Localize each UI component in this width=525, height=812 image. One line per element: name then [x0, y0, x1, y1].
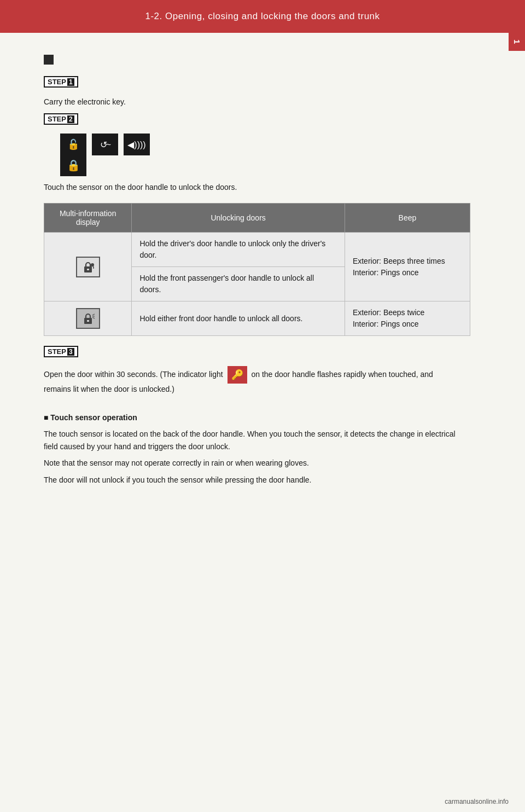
table-beep-cell-1: Exterior: Beeps three timesInterior: Pin… — [345, 233, 470, 301]
table-beep-cell-2: Exterior: Beeps twiceInterior: Pings onc… — [345, 301, 470, 336]
step2-label: STEP2 — [44, 113, 78, 125]
note-heading: ■ Touch sensor operation — [44, 411, 459, 424]
lock-all-icon — [76, 308, 100, 329]
step2-container: STEP2 — [44, 113, 459, 129]
speaker-beep-icon: ◀)))) — [124, 134, 150, 155]
lock-icon: 🔒 — [60, 154, 86, 176]
header-bar: 1-2. Opening, closing and locking the do… — [0, 0, 525, 33]
lock-person-icon — [76, 257, 100, 277]
svg-rect-4 — [87, 320, 89, 322]
col-unlocking-header: Unlocking doors — [132, 204, 345, 233]
table-icon-cell-1 — [44, 233, 132, 301]
step1-text: Carry the electronic key. — [44, 96, 459, 108]
unlock-door-icon: 🔓 — [60, 134, 86, 155]
unlocking-table: Multi-informationdisplay Unlocking doors… — [44, 203, 470, 336]
header-title: 1-2. Opening, closing and locking the do… — [145, 11, 380, 22]
note-body2: Note that the sensor may not operate cor… — [44, 457, 459, 469]
step3-number: 3 — [67, 348, 74, 356]
footer: carmanualsonline.info — [445, 798, 509, 805]
step3-indicator-icon: 🔑 — [228, 366, 247, 384]
step1-label: STEP1 — [44, 76, 78, 88]
svg-line-5 — [92, 314, 95, 315]
step1-number: 1 — [67, 78, 74, 86]
table-row-1a: Hold the driver's door handle to unlock … — [44, 233, 470, 267]
step3-container: STEP3 — [44, 346, 459, 362]
step2-icon-row: 🔓 ↺~ ◀)))) — [60, 134, 459, 155]
table-unlocking-cell-2: Hold either front door handle to unlock … — [132, 301, 345, 336]
svg-line-7 — [92, 317, 95, 318]
section-heading-icon — [44, 55, 54, 65]
note-body3: The door will not unlock if you touch th… — [44, 474, 459, 486]
table-unlocking-cell-1a: Hold the driver's door handle to unlock … — [132, 233, 345, 267]
step2-text: Touch the sensor on the door handle to u… — [44, 182, 459, 193]
footer-text: carmanualsonline.info — [445, 798, 509, 805]
side-tab: 1 — [509, 33, 525, 51]
note-body1: The touch sensor is located on the back … — [44, 428, 459, 453]
step3-content-row: Open the door within 30 seconds. (The in… — [44, 366, 459, 401]
step3-label: STEP3 — [44, 346, 78, 357]
main-content: STEP1 Carry the electronic key. STEP2 🔓 … — [0, 33, 503, 512]
step1-container: STEP1 — [44, 76, 459, 92]
note-section: ■ Touch sensor operation The touch senso… — [44, 411, 459, 486]
sensor-wave-icon: ↺~ — [92, 134, 118, 155]
step3-text: Open the door within 30 seconds. (The in… — [44, 366, 459, 395]
table-icon-cell-2 — [44, 301, 132, 336]
side-tab-number: 1 — [512, 39, 522, 44]
col-display-header: Multi-informationdisplay — [44, 204, 132, 233]
step2-number: 2 — [67, 115, 74, 123]
svg-rect-1 — [87, 269, 89, 270]
step2-lock-icon-row: 🔒 — [60, 154, 459, 176]
table-unlocking-cell-1b: Hold the front passenger's door handle t… — [132, 267, 345, 301]
col-beep-header: Beep — [345, 204, 470, 233]
table-row-2: Hold either front door handle to unlock … — [44, 301, 470, 336]
